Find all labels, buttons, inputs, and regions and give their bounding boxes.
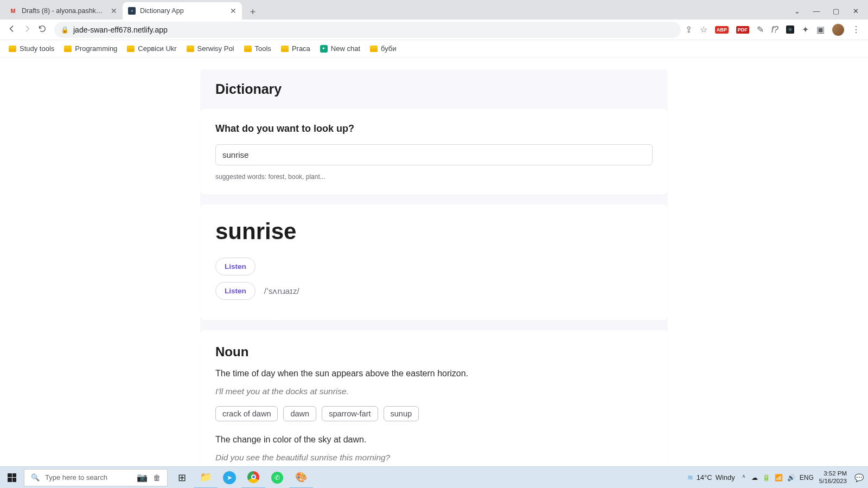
folder-icon <box>244 46 252 52</box>
synonym-pill[interactable]: crack of dawn <box>215 406 278 421</box>
bookmark-services-ukr[interactable]: Сервіси Ukr <box>127 44 176 53</box>
profile-avatar[interactable] <box>832 24 844 36</box>
bookmark-serwisy-pol[interactable]: Serwisy Pol <box>187 44 234 53</box>
volume-icon[interactable]: 🔊 <box>787 474 795 481</box>
wifi-icon[interactable]: 📶 <box>775 474 783 481</box>
back-button[interactable] <box>8 24 16 35</box>
pdf-icon[interactable]: PDF <box>736 26 749 34</box>
definition-text: The time of day when the sun appears abo… <box>215 367 653 380</box>
onedrive-icon[interactable]: ☁ <box>751 474 758 481</box>
folder-icon <box>281 46 289 52</box>
browser-chrome: M Drafts (8) - alyona.pashko@gmai ✕ ✦ Di… <box>0 0 868 57</box>
listen-button[interactable]: Listen <box>215 258 256 275</box>
toolbar-icons: ⇪ ☆ ABP PDF ✎ f? ⚛ ✦ ▣ ⋮ <box>685 24 864 36</box>
bookmark-label: Serwisy Pol <box>197 44 234 53</box>
bookmark-programming[interactable]: Programming <box>64 44 117 53</box>
definition-card: Noun The time of day when the sun appear… <box>200 330 668 481</box>
paint-icon[interactable]: 🎨 <box>289 467 313 489</box>
wind-icon: ≋ <box>687 473 693 481</box>
chevron-up-icon[interactable]: ＾ <box>741 473 747 482</box>
share-icon[interactable]: ⇪ <box>685 24 692 35</box>
search-hint: suggested words: forest, book, plant... <box>215 173 653 181</box>
menu-icon[interactable]: ⋮ <box>852 24 860 35</box>
battery-icon[interactable]: 🔋 <box>762 474 770 481</box>
app-container: Dictionary What do you want to look up? … <box>200 69 668 481</box>
bookmark-label: Study tools <box>20 44 54 53</box>
maximize-button[interactable]: ▢ <box>831 7 841 15</box>
folder-icon <box>64 46 72 52</box>
trash-icon[interactable]: 🗑 <box>153 473 161 482</box>
system-tray: ≋ 14°C Windy ＾ ☁ 🔋 📶 🔊 ENG 3:52 PM 5/16/… <box>687 470 868 484</box>
bookmark-buby[interactable]: буби <box>370 44 397 53</box>
address-bar: 🔒 jade-swan-eff678.netlify.app ⇪ ☆ ABP P… <box>0 20 868 40</box>
weather-widget[interactable]: ≋ 14°C Windy <box>687 473 735 481</box>
definition-text: The change in color of the sky at dawn. <box>215 433 653 446</box>
tray-icons: ＾ ☁ 🔋 📶 🔊 ENG <box>741 473 814 482</box>
search-icon: 🔍 <box>31 473 40 481</box>
app-icon: ✦ <box>128 7 136 15</box>
extensions-icon[interactable]: ✦ <box>802 24 809 35</box>
start-button[interactable] <box>0 473 24 482</box>
clock[interactable]: 3:52 PM 5/16/2023 <box>819 470 849 484</box>
folder-icon <box>127 46 135 52</box>
chat-icon: ✦ <box>320 45 328 53</box>
bookmark-study-tools[interactable]: Study tools <box>9 44 54 53</box>
weather-cond: Windy <box>716 473 735 481</box>
reload-button[interactable] <box>38 24 47 35</box>
close-window-button[interactable]: ✕ <box>851 7 860 15</box>
abp-icon[interactable]: ABP <box>715 26 729 34</box>
synonym-pill[interactable]: sunup <box>384 406 419 421</box>
close-icon[interactable]: ✕ <box>230 7 237 15</box>
tabs-dropdown-icon[interactable]: ⌄ <box>792 7 802 15</box>
bookmark-new-chat[interactable]: ✦New chat <box>320 44 360 53</box>
taskbar-apps: ⊞ 📁 ➤ ✆ 🎨 <box>170 467 313 489</box>
windows-taskbar: 🔍 Type here to search 📷 🗑 ⊞ 📁 ➤ ✆ 🎨 ≋ 14… <box>0 466 868 488</box>
bookmark-praca[interactable]: Praca <box>281 44 310 53</box>
react-devtools-icon[interactable]: ⚛ <box>786 25 794 34</box>
eyedropper-icon[interactable]: ✎ <box>757 24 764 35</box>
url-field[interactable]: 🔒 jade-swan-eff678.netlify.app <box>54 22 681 38</box>
forward-button[interactable] <box>23 24 31 35</box>
sidepanel-icon[interactable]: ▣ <box>816 24 825 35</box>
search-placeholder: Type here to search <box>45 473 107 481</box>
new-tab-button[interactable]: + <box>245 4 260 20</box>
bookmark-label: New chat <box>331 44 360 53</box>
bookmark-label: Programming <box>75 44 117 53</box>
minimize-button[interactable]: — <box>812 7 821 15</box>
telegram-icon[interactable]: ➤ <box>218 467 241 489</box>
language-indicator[interactable]: ENG <box>800 474 814 481</box>
bookmark-label: Сервіси Ukr <box>138 44 176 53</box>
example-text: I'll meet you at the docks at sunrise. <box>215 387 653 396</box>
bookmark-label: Praca <box>292 44 310 53</box>
synonym-pill[interactable]: dawn <box>283 406 316 421</box>
taskbar-search[interactable]: 🔍 Type here to search 📷 🗑 <box>24 469 168 486</box>
windows-icon <box>8 473 16 482</box>
listen-row-2: Listen /ˈsʌnɹaɪz/ <box>215 282 653 300</box>
phonetic-text: /ˈsʌnɹaɪz/ <box>264 286 299 296</box>
camera-icon[interactable]: 📷 <box>137 472 148 483</box>
star-icon[interactable]: ☆ <box>700 24 707 35</box>
whatfont-icon[interactable]: f? <box>771 25 778 35</box>
whatsapp-icon[interactable]: ✆ <box>265 467 289 489</box>
nav-buttons <box>4 24 50 35</box>
search-input[interactable] <box>215 144 653 165</box>
listen-button[interactable]: Listen <box>215 282 256 300</box>
tab-dictionary[interactable]: ✦ Dictionary App ✕ <box>123 2 242 20</box>
close-icon[interactable]: ✕ <box>111 7 117 15</box>
bookmarks-bar: Study tools Programming Сервіси Ukr Serw… <box>0 40 868 57</box>
bookmark-label: буби <box>381 44 397 53</box>
file-explorer-icon[interactable]: 📁 <box>194 467 218 489</box>
search-prompt: What do you want to look up? <box>215 123 653 134</box>
gmail-icon: M <box>9 7 17 15</box>
task-view-icon[interactable]: ⊞ <box>170 467 194 489</box>
app-heading: Dictionary <box>200 69 668 109</box>
tab-gmail[interactable]: M Drafts (8) - alyona.pashko@gmai ✕ <box>3 2 123 20</box>
word-card: sunrise Listen Listen /ˈsʌnɹaɪz/ <box>200 204 668 320</box>
synonym-pill[interactable]: sparrow-fart <box>322 406 378 421</box>
folder-icon <box>9 46 16 52</box>
bookmark-tools[interactable]: Tools <box>244 44 271 53</box>
notifications-icon[interactable]: 💬 <box>854 473 864 482</box>
part-of-speech: Noun <box>215 344 653 359</box>
chrome-icon[interactable] <box>241 467 265 489</box>
tab-strip: M Drafts (8) - alyona.pashko@gmai ✕ ✦ Di… <box>0 0 868 20</box>
